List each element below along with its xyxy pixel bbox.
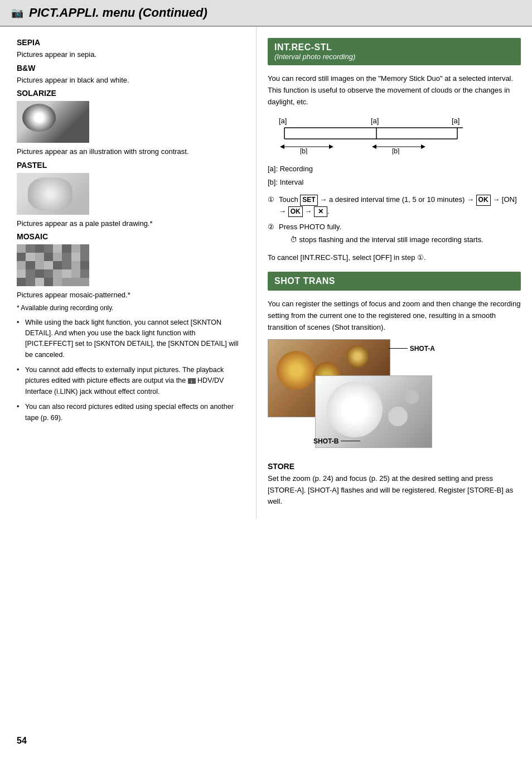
- sepia-heading: SEPIA: [17, 38, 245, 47]
- bullet-item-1: While using the back light function, you…: [17, 317, 245, 361]
- step-2-number: ②: [268, 221, 274, 233]
- mosaic-image: [17, 244, 89, 286]
- shot-trans-title: SHOT TRANS: [274, 276, 514, 286]
- mosaic-grid: [17, 244, 89, 286]
- interval-diagram: [a] [a] [a]: [273, 115, 521, 155]
- interval-svg: [a] [a] [a]: [273, 115, 463, 155]
- svg-text:[a]: [a]: [371, 117, 379, 125]
- shot-trans-image-area: SHOT-A SHOT-B: [268, 339, 441, 451]
- pastel-image: [17, 173, 89, 215]
- label-a: [a]: Recording: [268, 162, 521, 175]
- page-container: 📷 PICT.APPLI. menu (Continued) SEPIA Pic…: [0, 0, 532, 757]
- left-column: SEPIA Pictures appear in sepia. B&W Pict…: [0, 27, 257, 519]
- int-rec-stl-header: INT.REC-STL (Interval photo recording): [268, 38, 521, 65]
- bullet-item-3: You can also record pictures edited usin…: [17, 402, 245, 423]
- step-1: ① Touch SET → a desired interval time (1…: [268, 194, 521, 217]
- page-number: 54: [17, 736, 27, 746]
- store-heading: STORE: [268, 462, 521, 471]
- content-area: SEPIA Pictures appear in sepia. B&W Pict…: [0, 27, 532, 519]
- ok-button-2: OK: [288, 206, 303, 218]
- sepia-section: SEPIA Pictures appear in sepia.: [17, 38, 245, 60]
- footnote: * Available during recording only.: [17, 304, 245, 312]
- camera-icon: 📷: [11, 7, 23, 19]
- int-rec-title-main: INT.REC-STL: [274, 42, 514, 52]
- x-button: ✕: [314, 206, 327, 218]
- sepia-text: Pictures appear in sepia.: [17, 49, 245, 60]
- bw-section: B&W Pictures appear in black and white.: [17, 64, 245, 86]
- shot-trans-header: SHOT TRANS: [268, 272, 521, 291]
- svg-text:[a]: [a]: [452, 117, 460, 125]
- svg-text:[b]: [b]: [300, 147, 307, 155]
- bullet-item-2: You cannot add effects to externally inp…: [17, 365, 245, 397]
- int-rec-description: You can record still images on the "Memo…: [268, 73, 521, 108]
- cancel-text: To cancel [INT.REC-STL], select [OFF] in…: [268, 252, 521, 263]
- steps-list: ① Touch SET → a desired interval time (1…: [268, 194, 521, 245]
- pastel-section: PASTEL Pictures appear as a pale pastel …: [17, 161, 245, 229]
- step-2-sub: ⏱ stops flashing and the interval still …: [290, 234, 521, 245]
- shot-b-label: SHOT-B: [313, 437, 360, 445]
- solarize-image: [17, 101, 89, 143]
- mosaic-text: Pictures appear mosaic-patterned.*: [17, 290, 245, 301]
- svg-marker-10: [280, 144, 284, 149]
- svg-marker-15: [421, 144, 425, 149]
- bw-heading: B&W: [17, 64, 245, 73]
- svg-marker-11: [329, 144, 333, 149]
- label-b: [b]: Interval: [268, 176, 521, 189]
- store-section: STORE Set the zoom (p. 24) and focus (p.…: [268, 462, 521, 508]
- solarize-heading: SOLARIZE: [17, 89, 245, 98]
- shot-trans-description: You can register the settings of focus a…: [268, 298, 521, 333]
- pastel-heading: PASTEL: [17, 161, 245, 170]
- mosaic-section: MOSAIC Pictures appear: [17, 232, 245, 301]
- store-text: Set the zoom (p. 24) and focus (p. 25) a…: [268, 473, 521, 508]
- svg-text:[b]: [b]: [392, 147, 399, 155]
- bullet-list: While using the back light function, you…: [17, 317, 245, 423]
- set-button: SET: [300, 195, 317, 206]
- step-2: ② Press PHOTO fully. ⏱ stops flashing an…: [268, 221, 521, 245]
- pastel-text: Pictures appear as a pale pastel drawing…: [17, 218, 245, 229]
- right-column: INT.REC-STL (Interval photo recording) Y…: [257, 27, 532, 519]
- mosaic-heading: MOSAIC: [17, 232, 245, 241]
- timer-icon: ⏱: [290, 234, 297, 245]
- svg-marker-14: [372, 144, 376, 149]
- int-rec-title-sub: (Interval photo recording): [274, 52, 514, 61]
- page-title: PICT.APPLI. menu (Continued): [29, 6, 207, 20]
- bw-text: Pictures appear in black and white.: [17, 75, 245, 86]
- ok-button-1: OK: [476, 195, 491, 206]
- page-header: 📷 PICT.APPLI. menu (Continued): [0, 0, 532, 27]
- solarize-section: SOLARIZE Pictures appear as an illustrat…: [17, 89, 245, 157]
- solarize-text: Pictures appear as an illustration with …: [17, 146, 245, 157]
- step-1-number: ①: [268, 194, 274, 205]
- rec-labels: [a]: Recording [b]: Interval: [268, 162, 521, 189]
- shot-a-label: SHOT-A: [388, 345, 435, 353]
- svg-text:[a]: [a]: [279, 117, 287, 125]
